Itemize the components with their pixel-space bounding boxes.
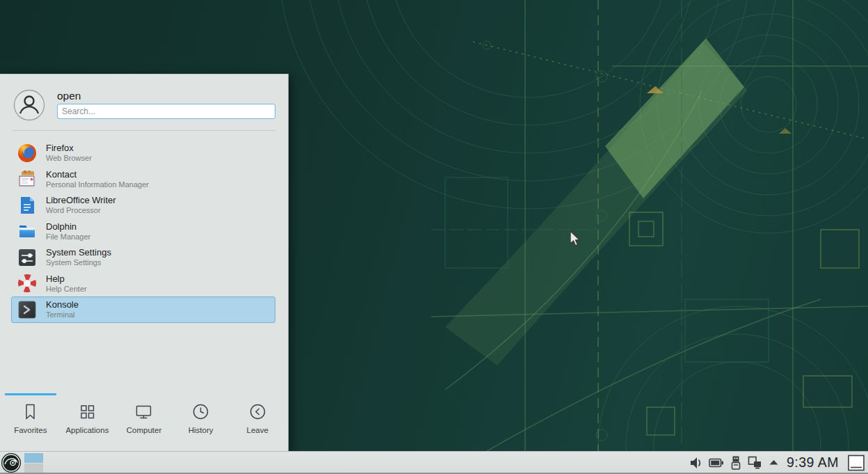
favorites-icon	[21, 402, 40, 421]
dolphin-icon	[17, 221, 37, 241]
tab-favorites[interactable]: Favorites	[2, 393, 59, 451]
app-item-help[interactable]: Help Help Center	[11, 271, 275, 297]
pager-desktop-1[interactable]	[24, 453, 43, 463]
app-description: Word Processor	[46, 206, 116, 215]
user-avatar[interactable]	[13, 89, 45, 124]
applications-icon	[78, 402, 97, 421]
app-description: Personal Information Manager	[46, 180, 149, 189]
app-title: Kontact	[46, 169, 149, 180]
launcher-header: open	[0, 74, 288, 130]
kontact-icon	[17, 169, 37, 189]
app-item-firefox[interactable]: Firefox Web Browser	[11, 140, 275, 166]
taskbar: 9:39 AM	[0, 451, 868, 474]
user-name: open	[57, 90, 81, 102]
clipboard-icon[interactable]	[748, 455, 762, 471]
pager-desktop-2[interactable]	[24, 464, 43, 473]
leave-icon	[248, 402, 267, 421]
app-description: File Manager	[46, 232, 90, 242]
app-title: Dolphin	[46, 221, 90, 232]
system-tray	[689, 452, 779, 473]
launcher-tab-bar: Favorites Applications Computer History …	[0, 393, 288, 451]
app-description: Help Center	[46, 285, 87, 294]
app-description: Web Browser	[46, 154, 92, 163]
app-item-system-settings[interactable]: System Settings System Settings	[11, 244, 275, 271]
tab-computer[interactable]: Computer	[115, 393, 172, 451]
history-icon	[191, 402, 210, 421]
tab-leave[interactable]: Leave	[229, 393, 286, 451]
battery-icon[interactable]	[709, 455, 724, 471]
app-list: Firefox Web Browser Kontact Personal Inf…	[0, 140, 288, 323]
tab-label: Favorites	[14, 426, 47, 434]
application-launcher-menu: open Firefox Web Browser Kontact Persona…	[0, 74, 289, 451]
app-item-kontact[interactable]: Kontact Personal Information Manager	[11, 166, 275, 193]
app-item-libreoffice-writer[interactable]: LibreOffice Writer Word Processor	[11, 192, 275, 219]
firefox-icon	[17, 143, 37, 163]
virtual-desktop-pager[interactable]	[24, 453, 43, 473]
app-title: System Settings	[46, 247, 111, 258]
mouse-cursor	[569, 230, 583, 251]
show-desktop-button[interactable]	[847, 455, 865, 471]
search-input[interactable]	[57, 104, 275, 119]
header-separator	[13, 130, 275, 131]
tab-label: History	[188, 426, 214, 434]
tab-label: Applications	[65, 426, 108, 434]
app-title: Firefox	[46, 143, 92, 153]
volume-icon[interactable]	[689, 455, 702, 471]
tab-history[interactable]: History	[172, 393, 230, 451]
computer-icon	[134, 402, 153, 421]
help-icon	[17, 274, 37, 293]
app-title: LibreOffice Writer	[46, 195, 116, 205]
usb-device-icon[interactable]	[730, 455, 741, 471]
app-title: Help	[46, 274, 87, 284]
opensuse-launcher-button[interactable]	[1, 452, 22, 473]
libreoffice-writer-icon	[17, 196, 37, 215]
tab-applications[interactable]: Applications	[59, 393, 116, 451]
app-item-konsole[interactable]: Konsole Terminal	[11, 297, 275, 323]
tab-label: Computer	[127, 426, 162, 434]
active-tab-indicator	[5, 393, 56, 395]
app-item-dolphin[interactable]: Dolphin File Manager	[11, 219, 275, 245]
tab-label: Leave	[247, 426, 268, 434]
app-description: System Settings	[46, 258, 111, 267]
app-description: Terminal	[46, 310, 79, 319]
system-settings-icon	[17, 248, 37, 267]
clock[interactable]: 9:39 AM	[787, 452, 839, 473]
expand-tray-icon[interactable]	[769, 455, 779, 471]
konsole-icon	[17, 300, 37, 319]
app-title: Konsole	[46, 299, 79, 310]
